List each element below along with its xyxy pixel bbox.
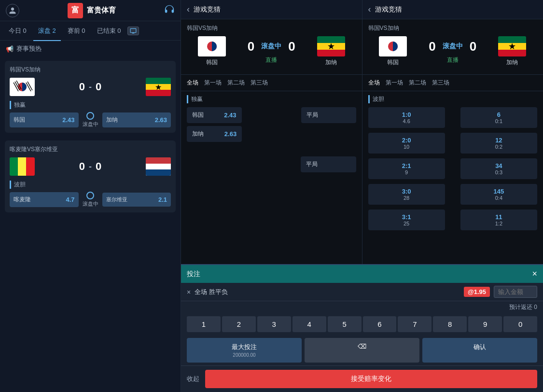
- tab-today[interactable]: 今日 0: [4, 24, 31, 38]
- bet-serbia[interactable]: 塞尔维亚 2.1: [102, 193, 171, 207]
- hc-3-0[interactable]: 3:028: [368, 184, 445, 205]
- match-title-1: 韩国VS加纳: [10, 66, 171, 74]
- sidebar: 富 富贵体育 今日 0 滚盘 2 赛前 0 已结束 0 📢 赛事预热 韩国VS加…: [0, 0, 181, 392]
- score-away-right: 0: [470, 39, 476, 54]
- score-label-left: 滚盘中: [260, 42, 282, 51]
- num-5[interactable]: 5: [328, 316, 362, 332]
- field-tabs-right: 全场 第一场 第二场 第三场: [362, 75, 543, 91]
- bet-slip-odds: @1.95: [464, 287, 490, 297]
- num-1[interactable]: 1: [187, 316, 221, 332]
- num-8[interactable]: 8: [433, 316, 467, 332]
- panel-left-title: 游戏竞猜: [194, 5, 221, 14]
- hc-3-1[interactable]: 3:125: [368, 210, 445, 230]
- field-tab-2-left[interactable]: 第二场: [227, 78, 245, 88]
- score-home-left: 0: [248, 39, 254, 54]
- flag-serbia: [146, 157, 171, 176]
- handicap-row-5: 3:125 111:2: [368, 210, 538, 230]
- hc-0-1[interactable]: 60:1: [460, 107, 537, 128]
- bet-slip-title: 投注: [187, 270, 200, 279]
- max-bet-sub: 200000.00: [233, 352, 255, 358]
- hc-0-2[interactable]: 120:2: [460, 133, 537, 154]
- live-badge-right: 直播: [429, 56, 476, 64]
- hc-2-1[interactable]: 2:19: [368, 158, 445, 179]
- match-info-right: 韩国VS加纳 韩国 0: [362, 19, 543, 75]
- bet-ghana-1[interactable]: 加纳 2.63: [102, 112, 171, 127]
- collapse-button[interactable]: 收起: [187, 375, 199, 383]
- field-tab-1-left[interactable]: 第一场: [204, 78, 222, 88]
- bet-type-2: 波胆: [10, 181, 171, 189]
- team-name-ghana-right: 加纳: [506, 58, 518, 67]
- odds-draw-2[interactable]: 平局: [301, 156, 356, 172]
- user-avatar[interactable]: [6, 4, 19, 17]
- handicap-row-1: 1:04.6 60:1: [368, 107, 538, 128]
- tab-ended[interactable]: 已结束 0: [92, 24, 126, 38]
- match-info-title-right: 韩国VS加纳: [368, 24, 538, 32]
- num-9[interactable]: 9: [468, 316, 502, 332]
- hc-2-0[interactable]: 2:010: [368, 133, 445, 154]
- field-tab-all-right[interactable]: 全场: [368, 78, 380, 88]
- score-away-2: 0: [96, 160, 101, 173]
- flag-ghana-right: ★: [498, 36, 526, 56]
- hc-0-4[interactable]: 1450:4: [460, 184, 537, 205]
- field-tab-1-right[interactable]: 第一场: [386, 78, 403, 88]
- match-info-teams-right: 韩国 0 滚盘中 0 直播: [368, 36, 538, 67]
- score-home-right: 0: [429, 39, 435, 54]
- num-7[interactable]: 7: [398, 316, 432, 332]
- panel-left-header: ‹ 游戏竞猜: [181, 0, 362, 19]
- field-tab-all-left[interactable]: 全场: [187, 78, 198, 88]
- hc-1-0[interactable]: 1:04.6: [368, 107, 445, 128]
- bet-slip-close-button[interactable]: ×: [532, 269, 537, 279]
- field-tab-2-right[interactable]: 第二场: [409, 78, 426, 88]
- odds-empty-4: [187, 156, 241, 172]
- odds-korea[interactable]: 韩国2.43: [187, 107, 242, 123]
- sidebar-hot: 📢 赛事预热: [0, 41, 181, 57]
- headset-icon[interactable]: [164, 4, 175, 16]
- hc-1-2[interactable]: 111:2: [460, 210, 537, 230]
- tab-rolling[interactable]: 滚盘 2: [33, 24, 61, 38]
- field-tab-3-right[interactable]: 第三场: [432, 78, 449, 88]
- back-btn-left[interactable]: ‹: [187, 4, 190, 14]
- flag-korea-left: [198, 36, 226, 56]
- field-tab-3-left[interactable]: 第三场: [251, 78, 268, 88]
- logo-icon: 富: [68, 3, 83, 18]
- score-right: 0 滚盘中 0 直播: [429, 39, 476, 64]
- live-tv-icon[interactable]: [127, 27, 139, 35]
- match-teams-1: 0 - 0 ★: [10, 78, 171, 96]
- rolling-middle-1: 滚盘中: [83, 112, 98, 128]
- bet-cameroon[interactable]: 喀麦隆 4.7: [10, 192, 79, 207]
- bet-slip-return: 预计返还 0: [181, 301, 543, 313]
- tab-prematch[interactable]: 赛前 0: [63, 24, 90, 38]
- accept-odds-button[interactable]: 接受赔率变化: [205, 370, 537, 388]
- score-home-2: 0: [79, 160, 85, 173]
- bet-slip-remove[interactable]: ×: [187, 288, 191, 296]
- bet-slip: 投注 × × 全场 胜平负 @1.95 预计返还 0 1 2 3 4 5 6 7…: [181, 264, 543, 392]
- confirm-button[interactable]: 确认: [422, 338, 537, 363]
- sidebar-header: 富 富贵体育: [0, 0, 181, 21]
- score-2: 0 - 0: [79, 160, 102, 173]
- hc-0-3[interactable]: 340:3: [460, 158, 537, 179]
- num-3[interactable]: 3: [257, 316, 291, 332]
- panel-right-header: ‹ 游戏竞猜: [362, 0, 543, 19]
- handicap-row-4: 3:028 1450:4: [368, 184, 538, 205]
- num-4[interactable]: 4: [292, 316, 326, 332]
- num-6[interactable]: 6: [363, 316, 397, 332]
- bet-buttons-2: 喀麦隆 4.7 滚盘中 塞尔维亚 2.1: [10, 192, 171, 208]
- return-label: 预计返还: [509, 304, 532, 310]
- max-bet-button[interactable]: 最大投注 200000.00: [187, 338, 302, 363]
- num-2[interactable]: 2: [222, 316, 256, 332]
- odds-empty-2: [245, 126, 299, 142]
- num-0[interactable]: 0: [503, 316, 537, 332]
- bet-korea-1[interactable]: 韩国 2.43: [10, 112, 79, 127]
- delete-button[interactable]: ⌫: [305, 338, 419, 363]
- hot-label: 赛事预热: [16, 44, 42, 53]
- odds-ghana[interactable]: 加纳2.63: [187, 126, 242, 142]
- flag-ghana-1: ★: [146, 78, 171, 96]
- team-korea-left: 韩国: [198, 36, 226, 67]
- del-label: ⌫: [358, 343, 366, 350]
- back-btn-right[interactable]: ‹: [368, 4, 371, 14]
- bet-amount-input[interactable]: [494, 286, 537, 298]
- match-teams-2: 0 - 0: [10, 157, 171, 176]
- score-left: 0 滚盘中 0 直播: [248, 39, 295, 64]
- odds-draw-1[interactable]: 平局: [301, 107, 356, 123]
- odds-row-1: 韩国2.43 平局: [187, 107, 356, 123]
